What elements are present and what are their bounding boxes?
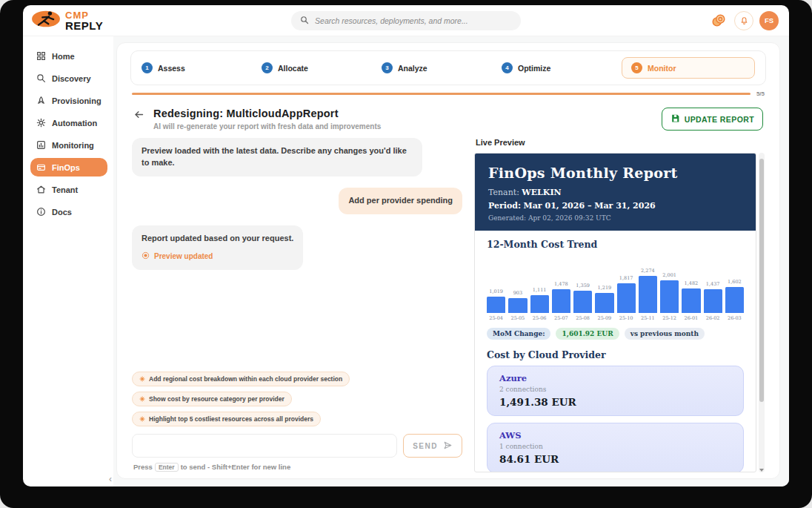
bell-icon[interactable] [734,11,753,30]
sidebar-item-label: Home [52,52,75,61]
stepper: 1Assess2Allocate3Analyze4Optimize5Monito… [130,50,766,85]
content-card: 1Assess2Allocate3Analyze4Optimize5Monito… [116,42,780,479]
bar-value-label: 1,478 [554,281,568,287]
home-grid-icon [36,51,46,61]
bar [639,276,657,313]
bar-25-07: 1,478 [552,255,570,313]
step-assess[interactable]: 1Assess [142,62,262,73]
step-analyze[interactable]: 3Analyze [382,62,502,73]
generated-label: Generated: [488,214,526,222]
report-body: 12-Month Cost Trend 1,0199031,1111,4781,… [475,231,756,472]
send-label: SEND [413,442,438,450]
progress-label: 5/5 [756,90,765,97]
avatar[interactable]: FS [759,11,779,30]
preview-scrollbar[interactable] [759,153,765,472]
bar-25-10: 1,817 [617,255,636,313]
sidebar-item-label: Tenant [52,185,78,194]
suggestion-chip[interactable]: Show cost by resource category per provi… [132,392,292,406]
sidebar-item-provisioning[interactable]: Provisioning [30,91,107,110]
bar-26-01: 1,482 [682,255,700,313]
x-tick-label: 26-01 [682,315,700,321]
suggestion-chip[interactable]: Highlight top 5 costliest resources acro… [132,412,321,426]
topbar: CMP REPLY FS [23,5,789,36]
reply-runner-logo-icon [30,9,61,32]
bar [682,288,700,313]
step-number: 2 [262,62,273,73]
chat-column: Preview loaded with the latest data. Des… [132,138,462,472]
bar-value-label: 2,274 [641,268,655,274]
step-monitor[interactable]: 5Monitor [622,57,755,79]
page-title: Redesigning: MulticloudAppReport [153,108,381,119]
bar [552,289,570,313]
sidebar-item-docs[interactable]: Docs [30,202,107,221]
info-icon [36,207,46,217]
suggestion-chip[interactable]: Add regional cost breakdown within each … [132,372,350,386]
search-wrap [103,11,709,30]
main-area: 1Assess2Allocate3Analyze4Optimize5Monito… [113,36,789,486]
title-block: Redesigning: MulticloudAppReport AI will… [153,108,381,131]
report-header: FinOps Monthly Report Tenant: WELKIN Per… [475,154,756,231]
scrollbar-thumb[interactable] [759,159,764,402]
bar [725,287,744,313]
bar [660,280,679,313]
mom-change-row: MoM Change: 1,601.92 EUR vs previous mon… [487,328,744,340]
message-text: Report updated based on your request. [142,233,293,245]
save-icon [670,113,680,125]
logo-reply: REPLY [65,20,103,31]
cost-trend-chart: 1,0199031,1111,4781,3591,2191,8172,2742,… [487,255,744,313]
logo-cmp: CMP [65,10,103,20]
sidebar-item-label: Provisioning [52,96,102,105]
bar [617,283,636,313]
cost-trend-title: 12-Month Cost Trend [487,239,744,250]
provider-card-aws: AWS1 connection84.61 EUR [487,423,744,472]
report-title: FinOps Monthly Report [488,165,742,181]
step-label: Monitor [648,64,676,73]
provider-cost: 84.61 EUR [499,453,731,465]
step-number: 3 [382,62,393,73]
update-report-button[interactable]: UPDATE REPORT [662,108,763,131]
sidebar-item-finops[interactable]: FinOps [30,158,107,177]
sidebar: HomeDiscoveryProvisioningAutomationMonit… [23,36,113,486]
sidebar-item-discovery[interactable]: Discovery [30,69,107,88]
provider-section-title: Cost by Cloud Provider [487,349,744,360]
provider-cost: 1,491.38 EUR [499,396,731,408]
update-report-label: UPDATE REPORT [685,115,754,124]
step-optimize[interactable]: 4Optimize [502,62,622,73]
provider-name: AWS [499,430,731,441]
chevron-down-icon[interactable] [759,469,764,472]
search-input[interactable] [315,16,512,25]
chat-input[interactable] [132,434,397,458]
provider-section: Cost by Cloud Provider Azure2 connection… [487,349,744,472]
tenant-label: Tenant: [488,188,519,197]
app-logo[interactable]: CMP REPLY [30,9,103,32]
x-tick-label: 25-04 [487,315,505,321]
send-button[interactable]: SEND [403,434,462,458]
send-icon [443,441,453,452]
sparkle-icon [139,396,145,402]
bar-value-label: 1,437 [706,281,720,287]
x-tick-label: 25-10 [617,315,636,321]
step-allocate[interactable]: 2Allocate [262,62,382,73]
send-hint: PressEnterto send - Shift+Enter for new … [133,463,461,471]
x-tick-label: 26-02 [704,315,722,321]
sidebar-item-home[interactable]: Home [30,47,107,65]
x-tick-label: 25-05 [508,315,527,321]
report-tenant-line: Tenant: WELKIN [488,188,742,197]
sidebar-item-monitoring[interactable]: Monitoring [30,136,107,154]
sidebar-item-tenant[interactable]: Tenant [30,180,107,199]
hint-press: Press [133,463,153,471]
wallet-icon [36,162,46,172]
chat-input-row: SEND [132,434,462,458]
suggestion-chips: Add regional cost breakdown within each … [132,372,462,426]
status-text: Preview updated [154,251,213,263]
bar-value-label: 903 [513,290,522,296]
search-bar[interactable] [291,11,521,30]
credits-icon[interactable] [709,11,728,30]
sidebar-item-automation[interactable]: Automation [30,113,107,132]
sidebar-collapse-icon[interactable]: ‹ [109,475,112,484]
period-value: Mar 01, 2026 – Mar 31, 2026 [524,201,656,211]
sparkle-icon [139,416,145,422]
back-arrow-icon[interactable] [133,109,144,120]
search-icon [300,14,309,27]
provider-name: Azure [499,373,731,383]
